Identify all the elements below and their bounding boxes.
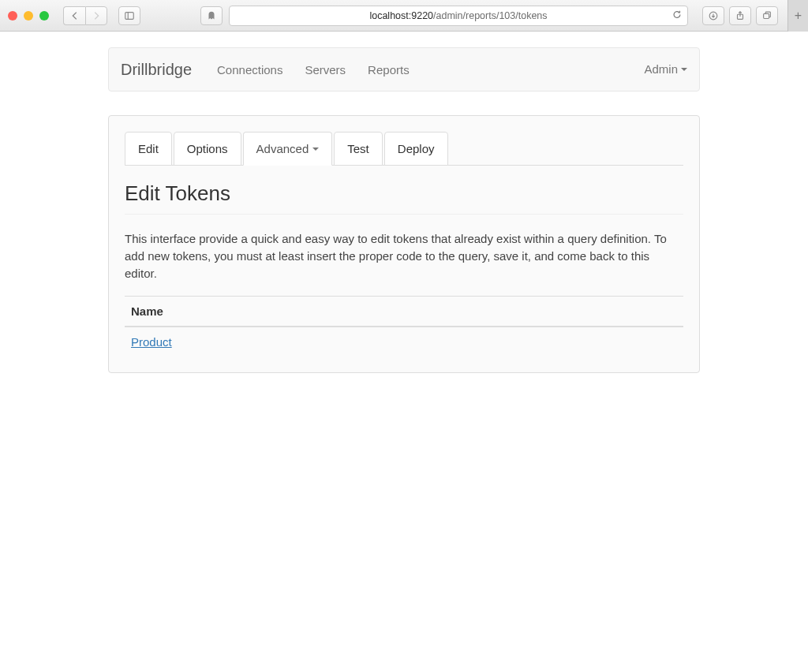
address-bar[interactable]: localhost:9220/admin/reports/103/tokens [229,6,688,26]
chevron-down-icon [312,147,319,151]
admin-menu[interactable]: Admin [644,62,687,76]
nav-buttons [63,6,107,25]
chevron-left-icon [69,10,80,21]
tab-bar: Edit Options Advanced Test Deploy [125,132,683,166]
reload-icon [671,9,683,20]
nav-right: Admin [644,62,687,77]
admin-label: Admin [644,62,678,76]
downloads-button[interactable] [702,6,724,25]
share-button[interactable] [729,6,751,25]
tab-options-label: Options [187,142,228,155]
reload-button[interactable] [671,9,683,22]
download-icon [708,10,719,21]
nav-connections[interactable]: Connections [206,49,294,91]
window-controls [8,11,49,21]
section-lead: This interface provide a quick and easy … [125,230,683,282]
nav-reports[interactable]: Reports [357,49,421,91]
minimize-window-icon[interactable] [24,11,33,21]
nav-servers[interactable]: Servers [294,49,357,91]
ghost-icon [206,10,217,21]
chevron-right-icon [91,10,102,21]
tab-edit[interactable]: Edit [125,132,172,166]
app-navbar: Drillbridge Connections Servers Reports … [108,47,700,91]
right-toolbar [702,6,778,25]
svg-rect-0 [125,12,134,19]
share-icon [735,10,746,21]
back-button[interactable] [63,6,85,25]
url-path: /admin/reports/103/tokens [433,10,548,21]
close-window-icon[interactable] [8,11,17,21]
tab-edit-label: Edit [138,142,159,155]
nav-links: Connections Servers Reports [206,49,421,91]
tokens-table: Name Product [125,296,683,357]
token-link[interactable]: Product [131,335,172,349]
new-tab-button[interactable]: + [787,0,808,32]
tab-options[interactable]: Options [174,132,241,166]
chevron-down-icon [681,68,687,71]
tab-deploy[interactable]: Deploy [384,132,448,166]
svg-rect-4 [764,13,769,18]
browser-toolbar: localhost:9220/admin/reports/103/tokens [0,0,808,32]
page-title: Edit Tokens [125,181,683,215]
plus-icon: + [795,9,802,23]
col-name: Name [125,297,683,327]
sidebar-toggle-button[interactable] [118,6,140,25]
tab-deploy-label: Deploy [398,142,435,155]
tab-advanced-label: Advanced [256,142,309,155]
sidebar-icon [124,10,135,21]
url-host: localhost:9220 [369,10,433,21]
maximize-window-icon[interactable] [39,11,49,21]
reader-button[interactable] [200,6,223,25]
tabs-button[interactable] [756,6,778,25]
page-body: Drillbridge Connections Servers Reports … [0,32,808,389]
tabs-icon [761,10,772,21]
tab-advanced[interactable]: Advanced [243,132,333,166]
forward-button[interactable] [85,6,107,25]
url-text: localhost:9220/admin/reports/103/tokens [369,10,547,21]
brand[interactable]: Drillbridge [121,61,192,79]
table-row: Product [125,327,683,357]
main-panel: Edit Options Advanced Test Deploy [108,115,700,373]
tab-test-label: Test [347,142,369,155]
tab-test[interactable]: Test [334,132,383,166]
